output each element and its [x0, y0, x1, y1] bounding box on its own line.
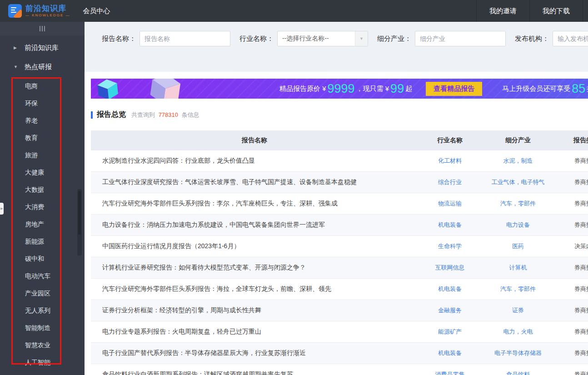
report-title-link[interactable]: 电力行业专题系列报告：火电周期复盘，轻舟已过万重山 — [91, 328, 418, 336]
submenu-item-smart-manufacturing[interactable]: 智能制造 — [0, 319, 85, 336]
report-type: 券商报告 — [554, 157, 588, 165]
submenu-item-ecommerce[interactable]: 电商 — [0, 77, 85, 95]
submenu-item-big-data[interactable]: 大数据 — [0, 181, 85, 198]
submenu-item-carbon-neutral[interactable]: 碳中和 — [0, 250, 85, 267]
result-count: 778310 — [159, 111, 178, 118]
sub-industry-link[interactable]: 医药 — [482, 242, 554, 250]
report-type: 券商报告 — [554, 328, 588, 336]
industry-link[interactable]: 互联网信息 — [418, 264, 482, 272]
main-content: 报告名称： 行业名称： --选择行业名称-- ▼ 细分产业： 发布机构： — [85, 22, 588, 375]
report-type: 券商报告 — [554, 264, 588, 272]
report-type: 券商报告 — [554, 370, 588, 375]
count-prefix: 共查询到 — [131, 111, 155, 118]
banner-original-price: 9999 — [328, 83, 355, 95]
sub-industry-link[interactable]: 电力，火电 — [482, 328, 554, 336]
industry-link[interactable]: 消费品零售 — [418, 370, 482, 375]
publisher-input[interactable] — [553, 31, 588, 46]
section-accent-bar — [91, 111, 93, 119]
submenu-item-new-energy[interactable]: 新能源 — [0, 233, 85, 250]
industry-link[interactable]: 化工材料 — [418, 157, 482, 165]
industry-select[interactable]: --选择行业名称-- ▼ — [277, 31, 368, 46]
report-title-link[interactable]: 水泥制造行业水泥四问四答：行业底部，龙头价值凸显 — [91, 157, 418, 165]
my-account-link[interactable]: 我 — [583, 0, 588, 22]
sub-industry-label: 细分产业： — [377, 35, 411, 43]
table-row: 工业气体行业深度研究报告：气体运营长坡厚雪、电子特气国产提速、设备制造基本盘稳健… — [91, 172, 588, 193]
panel-expand-handle[interactable]: ▶ — [0, 203, 4, 215]
submenu-item-health[interactable]: 大健康 — [0, 164, 85, 181]
publisher-label: 发布机构： — [515, 35, 549, 43]
report-title-link[interactable]: 电力设备行业：消纳压力加速电力系统建设，中国电气装备集团向世界一流进军 — [91, 221, 418, 229]
sidebar-collapse-button[interactable] — [0, 22, 85, 35]
sub-industry-link[interactable]: 汽车，零部件 — [482, 285, 554, 293]
banner-price-prefix: 精品报告原价 ¥ — [279, 85, 326, 93]
hot-reports-submenu: 电商 环保 养老 教育 旅游 大健康 大数据 大消费 房地产 新能源 碳中和 电… — [0, 77, 85, 371]
table-row: 汽车行业研究海外零部件巨头系列报告：海拉，全球车灯龙头，前瞻、深耕、领先 机电装… — [91, 279, 588, 300]
logo-subtitle: — KNOWLEDGE — — [25, 14, 70, 17]
industry-link[interactable]: 机电装备 — [418, 349, 482, 357]
sub-industry-link[interactable]: 证券 — [482, 306, 554, 315]
submenu-item-ai[interactable]: 人工智能 — [0, 354, 85, 371]
banner-promo-prefix: 马上升级会员还可享受 — [502, 85, 570, 93]
report-title-link[interactable]: 汽车行业研究海外零部件巨头系列报告：李尔，汽车座椅巨头，专注、深耕、强集成 — [91, 200, 418, 208]
industry-link[interactable]: 机电装备 — [418, 285, 482, 293]
table-header-row: 报告名称 行业名称 细分产业 报告类型 — [91, 130, 588, 150]
industry-link[interactable]: 机电装备 — [418, 221, 482, 229]
sub-industry-link[interactable]: 汽车，零部件 — [482, 200, 554, 208]
industry-link[interactable]: 物流运输 — [418, 200, 482, 208]
table-row: 电力行业专题系列报告：火电周期复盘，轻舟已过万重山 能源矿产 电力，火电 券商报… — [91, 321, 588, 343]
sub-industry-link[interactable]: 水泥，制造 — [482, 157, 554, 165]
industry-name-label: 行业名称： — [239, 35, 274, 43]
submenu-item-electric-vehicles[interactable]: 电动汽车 — [0, 267, 85, 285]
report-title-link[interactable]: 中国医药行业运行情况月度报告（2023年1-6月） — [91, 242, 418, 250]
sub-industry-link[interactable]: 电子半导体存储器 — [482, 349, 554, 357]
report-title-link[interactable]: 工业气体行业深度研究报告：气体运营长坡厚雪、电子特气国产提速、设备制造基本盘稳健 — [91, 178, 418, 186]
report-name-input[interactable] — [140, 31, 230, 46]
report-title-link[interactable]: 食品饮料行业白酒新周期系列报告：详解区域酒穿越周期并率先复苏 — [91, 370, 418, 375]
industry-select-value: --选择行业名称-- — [278, 35, 355, 43]
submenu-item-environment[interactable]: 环保 — [0, 95, 85, 112]
member-center-link[interactable]: 会员中心 — [83, 7, 110, 15]
promo-banner[interactable]: 精品报告原价 ¥ 9999 ，现只需 ¥ 99 起 查看精品报告 马上升级会员还… — [91, 79, 588, 99]
dropdown-arrow-icon: ▼ — [355, 31, 368, 46]
industry-link[interactable]: 能源矿产 — [418, 328, 482, 336]
submenu-item-elderly-care[interactable]: 养老 — [0, 112, 85, 129]
report-title-link[interactable]: 电子行业国产替代系列报告：半导体存储器星辰大海，行业复苏渐行渐近 — [91, 349, 418, 357]
report-title-link[interactable]: 汽车行业研究海外零部件巨头系列报告：海拉，全球车灯龙头，前瞻、深耕、领先 — [91, 285, 418, 293]
sub-industry-link[interactable]: 工业气体，电子特气 — [482, 178, 554, 186]
submenu-item-unmanned-series[interactable]: 无人系列 — [0, 302, 85, 319]
banner-suffix: 起 — [405, 85, 412, 93]
banner-now-price: 99 — [390, 83, 404, 95]
header-sub-industry: 细分产业 — [482, 136, 554, 145]
report-type: 券商报告 — [554, 200, 588, 208]
sidebar-item-label: 热点研报 — [25, 63, 52, 71]
filter-bar: 报告名称： 行业名称： --选择行业名称-- ▼ 细分产业： 发布机构： — [85, 22, 588, 72]
submenu-item-education[interactable]: 教育 — [0, 129, 85, 146]
my-downloads-link[interactable]: 我的下载 — [529, 0, 583, 22]
submenu-item-industrial-parks[interactable]: 产业园区 — [0, 285, 85, 302]
submenu-item-real-estate[interactable]: 房地产 — [0, 215, 85, 233]
submenu-item-smart-agriculture[interactable]: 智慧农业 — [0, 336, 85, 354]
report-title-link[interactable]: 计算机行业证券研究报告：如何看待大模型范式变革、开源与闭源之争？ — [91, 264, 418, 272]
industry-link[interactable]: 生命科学 — [418, 242, 482, 250]
submenu-item-tourism[interactable]: 旅游 — [0, 146, 85, 164]
report-title-link[interactable]: 证券行业分析框架：经济转型的引擎，周期与成长性共舞 — [91, 306, 418, 315]
table-body: 水泥制造行业水泥四问四答：行业底部，龙头价值凸显 化工材料 水泥，制造 券商报告… — [91, 150, 588, 375]
sub-industry-link[interactable]: 电力设备 — [482, 221, 554, 229]
app-logo[interactable]: 前沿知识库 — KNOWLEDGE — — [8, 4, 70, 18]
industry-link[interactable]: 综合行业 — [418, 178, 482, 186]
my-invites-link[interactable]: 我的邀请 — [476, 0, 529, 22]
sidebar-item-knowledge-base[interactable]: ▶ 前沿知识库 — [0, 41, 85, 55]
sub-industry-link[interactable]: 计算机 — [482, 264, 554, 272]
sub-industry-input[interactable] — [415, 31, 506, 46]
header-industry: 行业名称 — [418, 136, 482, 145]
sidebar-scrollbar[interactable] — [77, 189, 82, 255]
sidebar: ▶ 前沿知识库 ▼ 热点研报 电商 环保 养老 教育 旅游 大健康 大数据 大消… — [0, 22, 85, 375]
industry-link[interactable]: 金融服务 — [418, 306, 482, 315]
sidebar-item-hot-reports[interactable]: ▼ 热点研报 — [0, 60, 85, 74]
submenu-item-consumption[interactable]: 大消费 — [0, 198, 85, 215]
sub-industry-link[interactable]: 食品饮料 — [482, 370, 554, 375]
view-premium-reports-button[interactable]: 查看精品报告 — [426, 82, 482, 96]
pink-cube-decoration — [147, 79, 184, 99]
banner-discount: 85 — [572, 83, 585, 95]
count-suffix: 条信息 — [182, 111, 199, 118]
